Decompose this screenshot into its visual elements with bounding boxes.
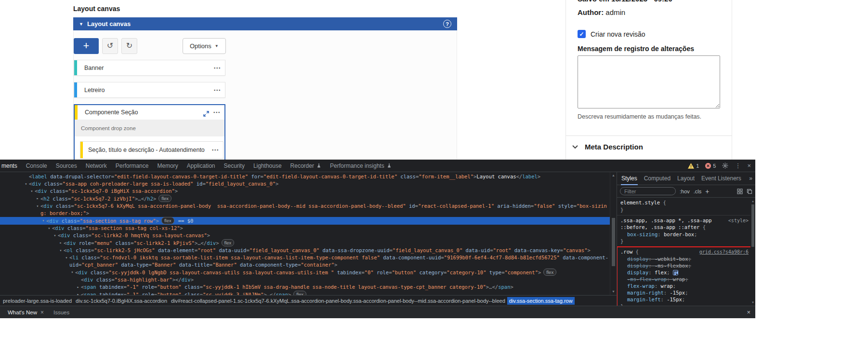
styles-tab-event-listeners[interactable]: Event Listeners [698, 172, 745, 185]
scroll-up-icon[interactable]: ▲ [610, 173, 617, 178]
copy-icon[interactable] [747, 189, 752, 194]
expand-arrow-open-icon[interactable]: ▾ [52, 232, 58, 239]
stylesheet-link[interactable]: <style> [728, 217, 749, 224]
expand-arrow-closed-icon[interactable]: ▸ [58, 239, 64, 246]
new-style-rule-button[interactable]: + [705, 188, 709, 195]
log-message-textarea[interactable] [578, 55, 720, 108]
error-count-badge[interactable]: 5 [705, 163, 716, 169]
stylesheet-link[interactable]: grid.css?s4a98r:6 [699, 249, 749, 256]
component-card-secao[interactable]: Componente Seção ⋯ [75, 105, 224, 120]
css-selector[interactable]: element.style { [620, 200, 666, 205]
warning-count-badge[interactable]: 1 [688, 163, 699, 169]
dom-tree-node[interactable]: ▸<span tabindex="-1" role="button" class… [0, 291, 610, 295]
devtools-tab-sources[interactable]: Sources [52, 160, 81, 172]
element-classes-toggle[interactable]: .cls [694, 189, 702, 194]
breadcrumb-item[interactable]: div.sc-1ckx5q7-0.iBgHiX.ssa-accordion [74, 297, 169, 305]
undo-button[interactable]: ↺ [102, 38, 118, 54]
more-tabs-icon[interactable]: » [749, 175, 755, 182]
drawer-tab-issues[interactable]: Issues [49, 306, 74, 319]
add-component-button[interactable]: + [74, 38, 99, 54]
collapse-caret-icon[interactable]: ▼ [79, 22, 83, 27]
close-tab-icon[interactable]: × [40, 309, 44, 316]
grid-icon[interactable] [737, 189, 743, 194]
devtools-tab-recorder[interactable]: Recorder [286, 160, 326, 172]
css-property[interactable]: box-sizing: border-box; [617, 231, 755, 238]
expand-arrow-open-icon[interactable]: ▾ [40, 217, 46, 224]
css-property[interactable]: display: flex; [617, 269, 755, 276]
flex-editor-icon[interactable] [673, 270, 678, 275]
dom-tree-node[interactable]: ▾<div class="ssa-section ssa-tag row">fl… [0, 217, 610, 225]
devtools-tab-security[interactable]: Security [220, 160, 249, 172]
devtools-tab-application[interactable]: Application [183, 160, 220, 172]
component-card-nested[interactable]: Seção, título e descrição - Autoatendime… [80, 141, 224, 159]
kebab-menu-icon[interactable]: ⋮ [735, 162, 741, 169]
flex-badge[interactable]: flex [222, 239, 235, 246]
css-selector[interactable]: .row { [620, 249, 639, 255]
breadcrumb-item[interactable]: preloader-large.ssa-is-loaded [1, 297, 74, 305]
styles-tab-styles[interactable]: Styles [618, 172, 641, 185]
component-card-banner[interactable]: Banner ⋯ [74, 60, 225, 76]
flex-badge[interactable]: flex [543, 269, 556, 276]
dom-tree-node[interactable]: ▾<li class="sc-fndvzl-0 iksktq ssa-sorta… [0, 254, 610, 269]
close-drawer-icon[interactable]: × [747, 309, 755, 316]
dom-tree-node[interactable]: ▸<h2 class="sc-1ckx5q7-2 izVbjI">…</h2>f… [0, 195, 610, 202]
dom-tree-node[interactable]: ▸<span tabindex="-1" role="button" class… [0, 283, 610, 291]
scrollbar-thumb[interactable] [612, 218, 615, 266]
flex-badge[interactable]: flex [293, 291, 306, 295]
dom-tree-node[interactable]: <div class="ssa-highlight-bar"></div> [0, 276, 610, 283]
close-devtools-icon[interactable]: × [747, 162, 751, 169]
scroll-up-icon[interactable]: ▲ [750, 198, 755, 204]
css-property[interactable]: display: -ms-flexbox; [617, 262, 755, 269]
dom-tree-node[interactable]: ▾<div class="sc-1ckx5q7-0 iBgHiX ssa-acc… [0, 188, 610, 195]
css-property[interactable]: margin-left: -15px; [617, 296, 755, 303]
flex-badge[interactable]: flex [158, 195, 171, 202]
elements-scrollbar[interactable]: ▲ ▼ [610, 172, 617, 295]
dom-tree-node[interactable]: ▾<div class="sc-lirkk2-0 hmqtVq ssa-layo… [0, 232, 610, 239]
expand-arrow-open-icon[interactable]: ▾ [23, 180, 29, 188]
css-property[interactable]: -ms-flex-wrap: wrap; [617, 276, 755, 283]
scrollbar-thumb[interactable] [751, 204, 754, 247]
devtools-tab-console[interactable]: Console [22, 160, 52, 172]
layout-canvas-accordion-header[interactable]: ▼ Layout canvas ? [73, 17, 457, 30]
kebab-menu-icon[interactable]: ⋯ [211, 146, 219, 154]
dom-tree-node[interactable]: ▾<div class="ssa-app coh-preloader-large… [0, 180, 610, 188]
expand-arrow-open-icon[interactable]: ▾ [35, 202, 40, 210]
drawer-tab-what-s-new[interactable]: What's New× [3, 306, 49, 319]
devtools-tab-performance[interactable]: Performance [111, 160, 153, 172]
kebab-menu-icon[interactable]: ⋯ [213, 64, 221, 72]
css-selector[interactable]: .ssa-app, .ssa-app *, .ssa-app ::before,… [620, 217, 712, 230]
settings-gear-icon[interactable] [722, 162, 728, 169]
pseudo-state-toggle[interactable]: :hov [680, 189, 690, 194]
dom-tree-node[interactable]: ▾<ol class="sc-lirkk2-5 jHcOGs" data-ele… [0, 247, 610, 254]
component-card-letreiro[interactable]: Letreiro ⋯ [74, 82, 225, 98]
dom-tree-node[interactable]: <label data-drupal-selector="edit-field-… [0, 173, 610, 180]
meta-description-section-header[interactable]: Meta Description [572, 143, 643, 151]
expand-arrow-closed-icon[interactable]: ▸ [75, 291, 81, 295]
expand-arrow-open-icon[interactable]: ▾ [58, 247, 64, 254]
expand-arrow-closed-icon[interactable]: ▸ [35, 195, 40, 202]
expand-arrow-open-icon[interactable]: ▾ [46, 225, 52, 232]
scroll-down-icon[interactable]: ▼ [750, 299, 755, 305]
devtools-tab-memory[interactable]: Memory [153, 160, 182, 172]
expand-arrow-closed-icon[interactable]: ▸ [75, 283, 81, 291]
redo-button[interactable]: ↻ [121, 38, 137, 54]
component-drop-zone[interactable]: Component drop zone [75, 120, 224, 136]
dom-tree-node[interactable]: ▾<div class="sc-yyjddk-0 lgNgbD ssa-layo… [0, 269, 610, 276]
flex-badge[interactable]: flex [161, 217, 174, 224]
help-icon[interactable]: ? [443, 20, 451, 28]
dom-tree-node[interactable]: ▸<div role="menu" class="sc-lirkk2-1 kPj… [0, 239, 610, 247]
dom-tree-node[interactable]: ▾<div class="sc-1ckx5q7-6 kXyMqL ssa-acc… [0, 202, 610, 217]
breadcrumb-item[interactable]: div.ssa-section.ssa-tag.row [507, 297, 575, 305]
devtools-tab-network[interactable]: Network [81, 160, 111, 172]
css-property[interactable]: flex-wrap: wrap; [617, 283, 755, 289]
styles-scrollbar[interactable]: ▲ ▼ [750, 198, 755, 306]
styles-tab-layout[interactable]: Layout [674, 172, 698, 185]
expand-arrow-open-icon[interactable]: ▾ [69, 269, 75, 276]
expand-arrow-open-icon[interactable]: ▾ [64, 254, 69, 261]
css-property[interactable]: margin-right: -15px; [617, 289, 755, 296]
css-property[interactable]: display: -webkit-box; [617, 256, 755, 262]
styles-tab-computed[interactable]: Computed [641, 172, 674, 185]
kebab-menu-icon[interactable]: ⋯ [213, 108, 220, 117]
dom-tree-node[interactable]: ▾<div class="ssa-section ssa-tag col-xs-… [0, 225, 610, 232]
breadcrumb-item[interactable]: div#react-collapsed-panel-1.sc-1ckx5q7-6… [169, 297, 507, 305]
